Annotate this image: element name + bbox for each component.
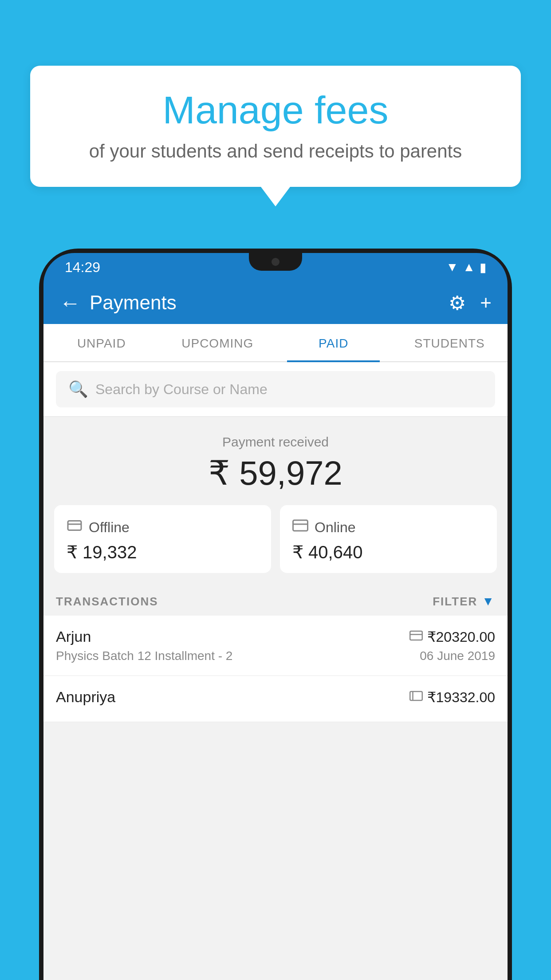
transaction-bottom-1: Physics Batch 12 Installment - 2 06 June… xyxy=(56,649,495,663)
search-icon: 🔍 xyxy=(68,380,88,399)
wifi-icon: ▼ xyxy=(446,260,459,274)
cards-row: Offline ₹ 19,332 Online ₹ xyxy=(43,505,508,585)
speech-bubble-container: Manage fees of your students and send re… xyxy=(30,66,521,187)
phone-frame: 14:29 ▼ ▲ ▮ ← Payments ⚙ + UNPAID xyxy=(39,249,512,980)
tab-paid[interactable]: PAID xyxy=(276,324,392,361)
online-card-header: Online xyxy=(292,518,356,537)
battery-icon: ▮ xyxy=(480,260,486,275)
camera xyxy=(272,258,279,266)
add-icon[interactable]: + xyxy=(480,292,492,314)
online-label: Online xyxy=(315,519,356,536)
offline-label: Offline xyxy=(89,519,130,536)
transaction-amount-2: ₹19332.00 xyxy=(427,689,495,706)
offline-amount: ₹ 19,332 xyxy=(67,542,137,562)
status-time: 14:29 xyxy=(65,259,100,276)
svg-rect-4 xyxy=(410,631,422,640)
transaction-top-2: Anupriya ₹19332.00 xyxy=(56,688,495,706)
tab-upcoming[interactable]: UPCOMING xyxy=(160,324,276,361)
transaction-row-arjun[interactable]: Arjun ₹20320.00 Physics Batch 12 Install… xyxy=(43,616,508,676)
payment-received-label: Payment received xyxy=(43,435,508,450)
status-icons: ▼ ▲ ▮ xyxy=(446,260,486,275)
transaction-name-1: Arjun xyxy=(56,628,91,645)
tabs: UNPAID UPCOMING PAID STUDENTS xyxy=(43,324,508,362)
phone-screen: 14:29 ▼ ▲ ▮ ← Payments ⚙ + UNPAID xyxy=(43,253,508,980)
header-title: Payments xyxy=(90,292,449,314)
transaction-type-icon-1 xyxy=(409,630,423,644)
bubble-subtitle: of your students and send receipts to pa… xyxy=(57,141,494,162)
app-header: ← Payments ⚙ + xyxy=(43,281,508,324)
filter-label: FILTER xyxy=(433,595,477,609)
transaction-name-2: Anupriya xyxy=(56,688,115,706)
offline-icon xyxy=(67,518,83,537)
header-icons: ⚙ + xyxy=(449,292,492,314)
search-container: 🔍 Search by Course or Name xyxy=(43,362,508,417)
transaction-amount-1: ₹20320.00 xyxy=(427,628,495,645)
offline-card: Offline ₹ 19,332 xyxy=(54,505,271,573)
svg-rect-0 xyxy=(68,521,81,530)
tab-unpaid[interactable]: UNPAID xyxy=(43,324,160,361)
search-input[interactable]: Search by Course or Name xyxy=(95,381,268,398)
transactions-label: TRANSACTIONS xyxy=(56,595,158,609)
speech-bubble: Manage fees of your students and send re… xyxy=(30,66,521,187)
search-bar[interactable]: 🔍 Search by Course or Name xyxy=(56,371,495,407)
payment-received-amount: ₹ 59,972 xyxy=(43,453,508,493)
back-button[interactable]: ← xyxy=(59,291,81,315)
online-card: Online ₹ 40,640 xyxy=(280,505,497,573)
transactions-header: TRANSACTIONS FILTER ▼ xyxy=(43,585,508,616)
transaction-date-1: 06 June 2019 xyxy=(420,649,495,663)
signal-icon: ▲ xyxy=(463,260,475,274)
tab-students[interactable]: STUDENTS xyxy=(392,324,508,361)
bubble-title: Manage fees xyxy=(57,89,494,132)
screen-content: UNPAID UPCOMING PAID STUDENTS 🔍 Search b… xyxy=(43,324,508,980)
svg-rect-6 xyxy=(410,692,422,700)
payment-received-section: Payment received ₹ 59,972 xyxy=(43,417,508,505)
transaction-top-1: Arjun ₹20320.00 xyxy=(56,628,495,645)
svg-rect-2 xyxy=(293,520,308,531)
online-icon xyxy=(292,518,308,537)
online-amount: ₹ 40,640 xyxy=(292,542,362,562)
transaction-row-anupriya[interactable]: Anupriya ₹19332.00 xyxy=(43,676,508,722)
transaction-course-1: Physics Batch 12 Installment - 2 xyxy=(56,649,232,663)
settings-icon[interactable]: ⚙ xyxy=(449,292,466,314)
transaction-amount-wrap-2: ₹19332.00 xyxy=(409,689,495,706)
filter-icon: ▼ xyxy=(482,594,495,609)
status-bar: 14:29 ▼ ▲ ▮ xyxy=(43,253,508,281)
filter-button[interactable]: FILTER ▼ xyxy=(433,594,495,609)
transaction-amount-wrap-1: ₹20320.00 xyxy=(409,628,495,645)
transaction-type-icon-2 xyxy=(409,690,423,704)
notch xyxy=(249,253,302,271)
offline-card-header: Offline xyxy=(67,518,130,537)
